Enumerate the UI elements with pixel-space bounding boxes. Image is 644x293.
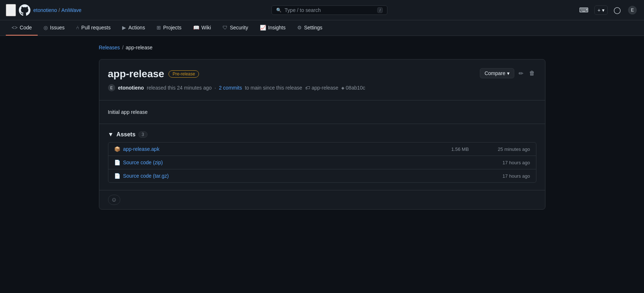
asset-meta-apk: 1.56 MB 25 minutes ago bbox=[451, 146, 530, 152]
smiley-icon: ☺ bbox=[111, 197, 117, 203]
commit-info: ◈ 08ab10c bbox=[341, 85, 365, 91]
compare-chevron-icon: ▾ bbox=[507, 70, 510, 76]
hamburger-icon: ☰ bbox=[8, 7, 14, 14]
tab-issues[interactable]: ◎ Issues bbox=[38, 20, 70, 36]
chevron-down-icon: ▾ bbox=[602, 7, 604, 13]
actions-icon: ▶ bbox=[122, 25, 126, 30]
search-shortcut-kbd: / bbox=[377, 7, 383, 13]
terminal-icon: ⌨ bbox=[579, 6, 589, 14]
zip-download-link[interactable]: Source code (zip) bbox=[123, 160, 163, 165]
asset-meta-tar: 17 hours ago bbox=[474, 173, 530, 179]
wiki-icon: 📖 bbox=[193, 25, 199, 30]
plus-icon: + bbox=[598, 7, 601, 13]
issues-icon: ◎ bbox=[43, 25, 48, 30]
edit-icon: ✏ bbox=[519, 70, 523, 77]
edit-release-button[interactable]: ✏ bbox=[517, 69, 525, 78]
breadcrumb-releases-link[interactable]: Releases bbox=[99, 45, 120, 50]
tab-code[interactable]: <> Code bbox=[6, 20, 38, 36]
github-logo[interactable] bbox=[19, 4, 30, 16]
released-text: released this 24 minutes ago bbox=[147, 85, 212, 91]
tab-settings[interactable]: ⚙ Settings bbox=[291, 20, 328, 36]
apk-size: 1.56 MB bbox=[451, 146, 469, 152]
tab-insights[interactable]: 📈 Insights bbox=[254, 20, 291, 36]
assets-header[interactable]: ▼ Assets 3 bbox=[108, 131, 536, 138]
zip-time: 17 hours ago bbox=[503, 160, 530, 165]
assets-label: Assets bbox=[116, 131, 135, 138]
assets-section: ▼ Assets 3 📦 app-release.apk 1.56 MB 25 … bbox=[99, 124, 545, 190]
release-header: app-release Pre-release Compare ▾ ✏ 🗑 bbox=[99, 59, 545, 100]
terminal-button[interactable]: ⌨ bbox=[578, 5, 590, 16]
asset-left-apk: 📦 app-release.apk bbox=[114, 146, 159, 152]
avatar-icon: E bbox=[628, 6, 637, 15]
compare-label: Compare bbox=[485, 70, 506, 76]
top-nav: ☰ etonotieno / AniWave 🔍 Type / to searc… bbox=[0, 0, 644, 20]
search-icon: 🔍 bbox=[276, 8, 282, 13]
hamburger-menu-button[interactable]: ☰ bbox=[6, 4, 16, 16]
tab-pull-requests[interactable]: ⑃ Pull requests bbox=[70, 20, 116, 36]
topnav-right: ⌨ + ▾ ◯ E bbox=[578, 4, 638, 16]
breadcrumb-separator: / bbox=[122, 45, 124, 50]
settings-icon: ⚙ bbox=[297, 25, 302, 30]
apk-download-link[interactable]: app-release.apk bbox=[123, 146, 159, 152]
zip-file-icon: 📄 bbox=[114, 160, 120, 165]
tab-security[interactable]: 🛡 Security bbox=[217, 20, 254, 36]
tar-time: 17 hours ago bbox=[503, 173, 530, 179]
insights-icon: 📈 bbox=[260, 25, 266, 30]
reactions-row: ☺ bbox=[99, 190, 545, 209]
delete-release-button[interactable]: 🗑 bbox=[528, 69, 536, 78]
notifications-button[interactable]: ◯ bbox=[612, 5, 622, 16]
release-actions: Compare ▾ ✏ 🗑 bbox=[480, 68, 536, 78]
bell-icon: ◯ bbox=[614, 6, 621, 14]
author-avatar: E bbox=[108, 84, 115, 91]
release-title-left: app-release Pre-release bbox=[108, 68, 199, 80]
global-search-box[interactable]: 🔍 Type / to search / bbox=[271, 5, 387, 15]
commits-link[interactable]: 2 commits bbox=[219, 85, 242, 91]
breadcrumb-current: app-release bbox=[126, 45, 153, 50]
main-content: Releases / app-release app-release Pre-r… bbox=[90, 36, 554, 218]
tab-projects[interactable]: ⊞ Projects bbox=[151, 20, 187, 36]
repo-nav: <> Code ◎ Issues ⑃ Pull requests ▶ Actio… bbox=[0, 20, 644, 36]
commit-icon: ◈ bbox=[341, 85, 344, 91]
repo-owner-link[interactable]: etonotieno bbox=[33, 7, 57, 13]
projects-icon: ⊞ bbox=[157, 25, 161, 30]
commit-hash: 08ab10c bbox=[346, 85, 365, 91]
add-reaction-button[interactable]: ☺ bbox=[108, 195, 120, 205]
asset-meta-zip: 17 hours ago bbox=[474, 160, 530, 165]
code-icon: <> bbox=[12, 25, 17, 30]
commits-suffix: to main since this release bbox=[245, 85, 302, 91]
tab-actions[interactable]: ▶ Actions bbox=[116, 20, 151, 36]
repo-name-link[interactable]: AniWave bbox=[61, 7, 82, 13]
release-title-row: app-release Pre-release Compare ▾ ✏ 🗑 bbox=[108, 68, 536, 80]
tar-file-icon: 📄 bbox=[114, 173, 120, 179]
repo-path: etonotieno / AniWave bbox=[33, 7, 82, 13]
topnav-left: ☰ etonotieno / AniWave bbox=[6, 4, 82, 16]
delete-icon: 🗑 bbox=[529, 70, 535, 77]
assets-list: 📦 app-release.apk 1.56 MB 25 minutes ago… bbox=[108, 142, 536, 183]
compare-button[interactable]: Compare ▾ bbox=[480, 68, 514, 78]
asset-item-zip: 📄 Source code (zip) 17 hours ago bbox=[108, 156, 536, 169]
create-new-button[interactable]: + ▾ bbox=[594, 5, 608, 15]
release-title: app-release bbox=[108, 68, 165, 80]
author-link[interactable]: etonotieno bbox=[118, 85, 144, 91]
apk-file-icon: 📦 bbox=[114, 146, 120, 152]
tab-wiki[interactable]: 📖 Wiki bbox=[187, 20, 217, 36]
asset-item-apk: 📦 app-release.apk 1.56 MB 25 minutes ago bbox=[108, 143, 536, 156]
meta-dot: · bbox=[215, 85, 216, 91]
breadcrumb: Releases / app-release bbox=[99, 45, 545, 50]
tag-info: 🏷 app-release bbox=[305, 85, 338, 91]
security-icon: 🛡 bbox=[223, 25, 228, 30]
profile-button[interactable]: E bbox=[627, 4, 638, 16]
pre-release-badge: Pre-release bbox=[169, 70, 199, 78]
assets-count-badge: 3 bbox=[138, 131, 148, 138]
asset-item-tar: 📄 Source code (tar.gz) 17 hours ago bbox=[108, 169, 536, 182]
topnav-center: 🔍 Type / to search / bbox=[86, 5, 573, 15]
search-placeholder-text: Type / to search bbox=[284, 7, 374, 13]
assets-triangle-icon: ▼ bbox=[108, 131, 114, 138]
release-description: Initial app release bbox=[108, 109, 536, 115]
tar-download-link[interactable]: Source code (tar.gz) bbox=[123, 173, 169, 179]
apk-time: 25 minutes ago bbox=[498, 146, 530, 152]
tag-label: app-release bbox=[312, 85, 338, 91]
release-body: Initial app release bbox=[99, 100, 545, 124]
pr-icon: ⑃ bbox=[76, 25, 79, 30]
release-meta: E etonotieno released this 24 minutes ag… bbox=[108, 84, 536, 91]
